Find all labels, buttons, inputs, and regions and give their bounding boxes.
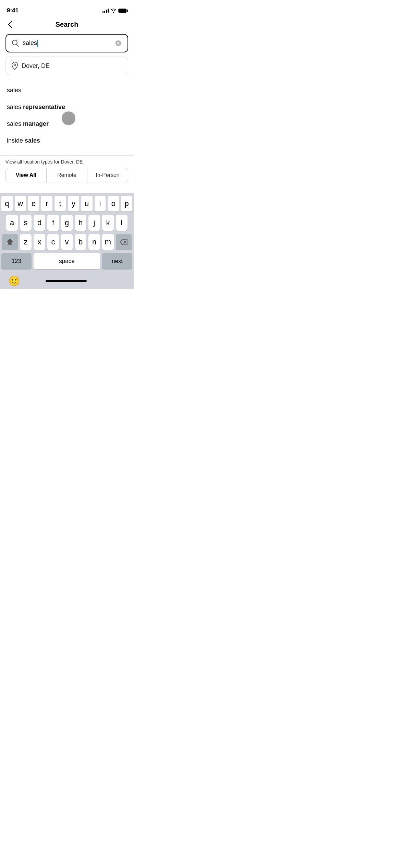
- back-button[interactable]: [7, 20, 14, 29]
- key-b[interactable]: b: [75, 234, 86, 250]
- key-next[interactable]: next: [102, 253, 132, 269]
- key-k[interactable]: k: [102, 215, 114, 231]
- key-x[interactable]: x: [34, 234, 45, 250]
- search-container: sales: [0, 34, 134, 57]
- keyboard-row-bottom: 123 space next: [1, 253, 132, 269]
- key-m[interactable]: m: [102, 234, 114, 250]
- key-j[interactable]: j: [88, 215, 100, 231]
- key-c[interactable]: c: [47, 234, 59, 250]
- location-container: Dover, DE: [0, 57, 134, 75]
- key-d[interactable]: d: [34, 215, 45, 231]
- home-indicator: [46, 280, 87, 282]
- key-shift[interactable]: [2, 234, 18, 250]
- key-y[interactable]: y: [68, 196, 79, 212]
- key-e[interactable]: e: [28, 196, 39, 212]
- search-input[interactable]: sales: [23, 39, 111, 47]
- status-bar: 9:41: [0, 0, 134, 16]
- tab-remote[interactable]: Remote: [47, 168, 87, 182]
- location-icon: [11, 62, 18, 70]
- key-space[interactable]: space: [34, 253, 100, 269]
- key-a[interactable]: a: [6, 215, 18, 231]
- gray-dot: [62, 111, 75, 125]
- page-title: Search: [56, 21, 78, 28]
- location-box[interactable]: Dover, DE: [5, 57, 128, 75]
- keyboard: q w e r t y u i o p a s d f g h j k l z …: [0, 193, 134, 289]
- suggestion-item[interactable]: inside sales: [7, 132, 127, 149]
- search-box[interactable]: sales: [5, 34, 128, 52]
- key-z[interactable]: z: [20, 234, 32, 250]
- key-p[interactable]: p: [121, 196, 132, 212]
- key-delete[interactable]: [116, 234, 132, 250]
- key-numbers[interactable]: 123: [1, 253, 32, 269]
- key-g[interactable]: g: [61, 215, 73, 231]
- key-o[interactable]: o: [108, 196, 119, 212]
- battery-icon: [118, 9, 127, 13]
- status-time: 9:41: [7, 7, 19, 14]
- key-v[interactable]: v: [61, 234, 73, 250]
- svg-point-5: [14, 64, 16, 66]
- suggestion-item[interactable]: sales: [7, 82, 127, 99]
- emoji-row: 🙂: [1, 273, 132, 289]
- emoji-key[interactable]: 🙂: [8, 275, 20, 287]
- search-icon: [12, 39, 19, 47]
- key-w[interactable]: w: [15, 196, 26, 212]
- location-types-tabs: View All Remote In-Person: [5, 168, 128, 182]
- status-icons: [102, 9, 127, 13]
- wifi-icon: [111, 9, 116, 13]
- key-s[interactable]: s: [20, 215, 32, 231]
- key-i[interactable]: i: [95, 196, 106, 212]
- location-types-container: View all location types for Dover, DE Vi…: [0, 155, 134, 186]
- key-t[interactable]: t: [54, 196, 66, 212]
- key-f[interactable]: f: [47, 215, 59, 231]
- tab-view-all[interactable]: View All: [6, 168, 47, 182]
- svg-line-1: [17, 45, 19, 47]
- key-q[interactable]: q: [1, 196, 13, 212]
- location-types-label: View all location types for Dover, DE: [5, 159, 128, 165]
- signal-icon: [102, 9, 109, 13]
- clear-button[interactable]: [114, 39, 122, 47]
- key-r[interactable]: r: [41, 196, 52, 212]
- key-l[interactable]: l: [116, 215, 127, 231]
- key-u[interactable]: u: [81, 196, 93, 212]
- key-n[interactable]: n: [88, 234, 100, 250]
- location-value: Dover, DE: [22, 62, 50, 70]
- key-h[interactable]: h: [75, 215, 86, 231]
- keyboard-row-3: z x c v b n m: [1, 234, 132, 250]
- keyboard-row-2: a s d f g h j k l: [1, 215, 132, 231]
- header: Search: [0, 16, 134, 34]
- keyboard-row-1: q w e r t y u i o p: [1, 196, 132, 212]
- tab-in-person[interactable]: In-Person: [87, 168, 128, 182]
